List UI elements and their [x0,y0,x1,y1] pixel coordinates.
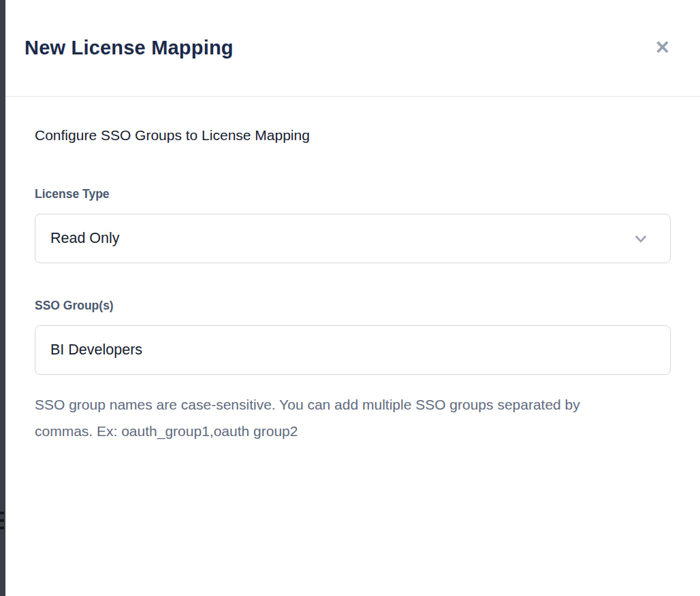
sso-groups-input[interactable] [35,325,671,375]
license-type-select[interactable]: Read Only [35,214,671,263]
sso-groups-label: SSO Group(s) [35,299,671,313]
close-button[interactable]: ✕ [652,36,673,60]
page-backdrop-edge [0,0,5,596]
modal-title: New License Mapping [25,37,234,59]
background-list-icon [0,512,5,534]
license-type-label: License Type [35,187,671,201]
sso-groups-field: SSO Group(s) SSO group names are case-se… [35,299,671,444]
modal-body: Configure SSO Groups to License Mapping … [5,97,700,444]
modal-description: Configure SSO Groups to License Mapping [35,127,671,144]
chevron-down-icon [632,230,650,248]
new-license-mapping-modal: New License Mapping ✕ Configure SSO Grou… [5,0,700,596]
close-icon: ✕ [654,37,670,58]
sso-groups-helper-text: SSO group names are case-sensitive. You … [35,391,600,444]
license-type-selected-value: Read Only [50,230,120,247]
license-type-field: License Type Read Only [35,187,671,263]
modal-header: New License Mapping ✕ [5,0,700,97]
